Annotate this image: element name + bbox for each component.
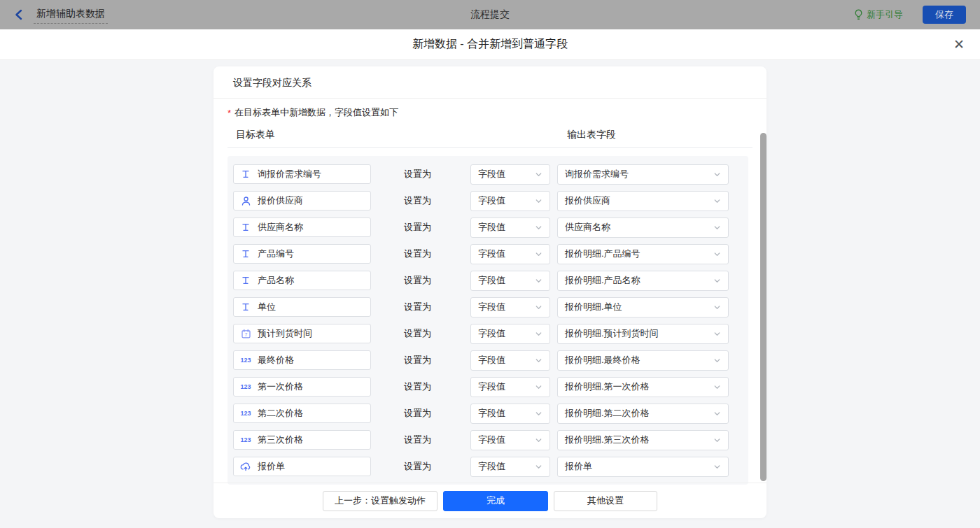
value-type-select[interactable]: 字段值 [470, 324, 550, 344]
target-field-input[interactable]: 报价单 [233, 457, 371, 476]
value-type-select[interactable]: 字段值 [470, 404, 550, 424]
prev-step-button[interactable]: 上一步：设置触发动作 [323, 491, 438, 511]
value-type-select[interactable]: 字段值 [470, 244, 550, 264]
target-field-input[interactable]: 产品编号 [233, 244, 371, 264]
mapping-row: 123最终价格设置为字段值报价明细.最终价格 [233, 350, 748, 370]
done-button[interactable]: 完成 [443, 491, 548, 511]
other-settings-button[interactable]: 其他设置 [554, 491, 657, 511]
output-field-select[interactable]: 报价明细.产品编号 [557, 244, 729, 264]
target-field-label: 询报价需求编号 [258, 168, 321, 180]
output-field-value: 报价供应商 [565, 194, 610, 207]
instruction-line: * 在目标表单中新增数据，字段值设置如下 [227, 106, 752, 119]
number-field-icon: 123 [240, 383, 251, 390]
chevron-down-icon [713, 383, 721, 391]
card-title: 设置字段对应关系 [214, 66, 766, 99]
value-type-select[interactable]: 字段值 [470, 350, 550, 371]
target-field-input[interactable]: 123最终价格 [233, 350, 371, 370]
output-field-value: 供应商名称 [565, 221, 610, 234]
output-field-select[interactable]: 询报价需求编号 [557, 164, 729, 185]
save-button[interactable]: 保存 [923, 6, 966, 24]
chevron-down-icon [535, 250, 542, 258]
chevron-down-icon [713, 224, 721, 231]
value-type-select[interactable]: 字段值 [470, 164, 550, 185]
target-field-label: 预计到货时间 [258, 327, 312, 340]
target-field-input[interactable]: 123第一次价格 [233, 377, 371, 397]
mapping-list: 询报价需求编号设置为字段值询报价需求编号报价供应商设置为字段值报价供应商供应商名… [227, 156, 748, 485]
output-field-select[interactable]: 报价单 [557, 457, 729, 477]
output-field-select[interactable]: 报价明细.第一次价格 [557, 377, 729, 397]
chevron-down-icon [535, 197, 542, 205]
topbar: 新增辅助表数据 流程提交 新手引导 保存 [0, 0, 980, 29]
output-field-select[interactable]: 报价供应商 [557, 191, 729, 211]
mapping-row: 123第一次价格设置为字段值报价明细.第一次价格 [233, 377, 748, 397]
output-field-select[interactable]: 报价明细.产品名称 [557, 271, 729, 291]
value-type-select[interactable]: 字段值 [470, 297, 550, 317]
value-type-select[interactable]: 字段值 [470, 191, 550, 211]
output-field-value: 报价明细.单位 [565, 301, 622, 313]
mapping-row: 报价单设置为字段值报价单 [233, 457, 748, 476]
chevron-down-icon [713, 277, 721, 285]
output-field-select[interactable]: 报价明细.第二次价格 [557, 404, 729, 424]
target-field-input[interactable]: 123第三次价格 [233, 430, 371, 450]
number-field-icon: 123 [240, 410, 251, 417]
set-as-label: 设置为 [404, 354, 433, 366]
beginner-guide-label: 新手引导 [867, 8, 903, 21]
target-field-label: 供应商名称 [258, 221, 303, 234]
value-type-select[interactable]: 字段值 [470, 377, 550, 397]
number-field-icon: 123 [240, 357, 251, 364]
value-type-value: 字段值 [478, 248, 505, 260]
output-field-select[interactable]: 报价明细.第三次价格 [557, 430, 729, 450]
chevron-down-icon [535, 171, 542, 178]
chevron-down-icon [713, 463, 721, 471]
mapping-row: 产品名称设置为字段值报价明细.产品名称 [233, 271, 748, 290]
target-field-input[interactable]: 7预计到货时间 [233, 324, 371, 343]
value-type-value: 字段值 [478, 221, 505, 234]
target-field-label: 第一次价格 [258, 380, 303, 393]
close-icon[interactable]: ✕ [953, 38, 965, 51]
target-field-label: 产品名称 [258, 274, 294, 287]
chevron-down-icon [713, 330, 721, 338]
value-type-value: 字段值 [478, 194, 505, 207]
output-field-select[interactable]: 报价明细.单位 [557, 297, 729, 317]
target-field-input[interactable]: 报价供应商 [233, 191, 371, 211]
target-field-label: 报价供应商 [258, 194, 303, 207]
output-field-value: 询报价需求编号 [565, 168, 629, 180]
value-type-value: 字段值 [478, 460, 505, 473]
output-field-value: 报价明细.最终价格 [565, 354, 640, 366]
value-type-value: 字段值 [478, 274, 505, 287]
output-field-select[interactable]: 报价明细.预计到货时间 [557, 324, 729, 344]
value-type-select[interactable]: 字段值 [470, 271, 550, 291]
back-icon[interactable] [14, 9, 24, 20]
value-type-select[interactable]: 字段值 [470, 217, 550, 238]
target-field-label: 最终价格 [258, 354, 294, 366]
chevron-down-icon [713, 436, 721, 444]
output-field-value: 报价明细.产品名称 [565, 274, 640, 287]
scrollbar-thumb[interactable] [760, 133, 766, 481]
user-field-icon [240, 196, 251, 206]
text-field-icon [240, 276, 251, 285]
target-field-label: 单位 [258, 301, 276, 313]
target-field-input[interactable]: 供应商名称 [233, 217, 371, 237]
flow-name-title[interactable]: 新增辅助表数据 [34, 6, 108, 24]
mapping-row: 产品编号设置为字段值报价明细.产品编号 [233, 244, 748, 264]
output-field-value: 报价明细.产品编号 [565, 248, 640, 260]
card-footer: 上一步：设置触发动作 完成 其他设置 [214, 483, 766, 518]
chevron-down-icon [535, 330, 542, 338]
svg-text:7: 7 [244, 332, 247, 337]
target-field-input[interactable]: 单位 [233, 297, 371, 317]
dialog-body: 设置字段对应关系 * 在目标表单中新增数据，字段值设置如下 目标表单 输出表字段… [0, 60, 980, 528]
set-as-label: 设置为 [404, 274, 433, 287]
chevron-down-icon [713, 171, 721, 178]
dialog-header: 新增数据 - 合并新增到普通字段 ✕ [0, 29, 980, 60]
target-field-input[interactable]: 产品名称 [233, 271, 371, 290]
output-field-value: 报价单 [565, 460, 592, 473]
value-type-select[interactable]: 字段值 [470, 430, 550, 450]
output-field-select[interactable]: 供应商名称 [557, 217, 729, 238]
target-field-input[interactable]: 询报价需求编号 [233, 164, 371, 184]
value-type-select[interactable]: 字段值 [470, 457, 550, 477]
target-field-input[interactable]: 123第二次价格 [233, 404, 371, 423]
beginner-guide-link[interactable]: 新手引导 [854, 8, 903, 21]
mapping-row: 报价供应商设置为字段值报价供应商 [233, 191, 748, 211]
output-field-select[interactable]: 报价明细.最终价格 [557, 350, 729, 371]
set-as-label: 设置为 [404, 168, 433, 180]
